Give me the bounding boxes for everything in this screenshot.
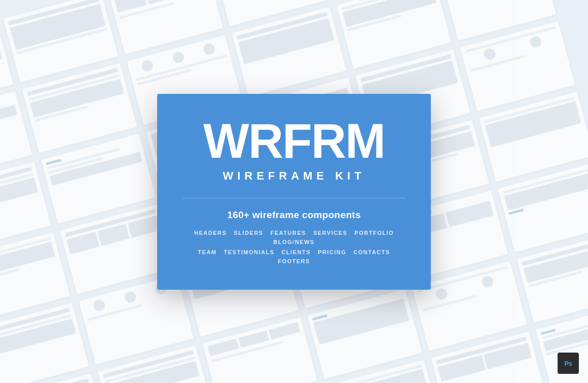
divider [182, 198, 406, 198]
subtitle: WIREFRAME KIT [182, 169, 406, 183]
ps-label: Ps [565, 360, 572, 367]
tag-features: FEATURES [270, 230, 306, 236]
tag-footers: FOOTERS [278, 258, 310, 264]
tags-row-2: TEAM TESTIMONIALS CLIENTS PRICING CONTAC… [182, 249, 406, 264]
components-label: 160+ wireframe components [182, 210, 406, 221]
tag-clients: CLIENTS [281, 249, 311, 255]
promo-card: WRFRM WIREFRAME KIT 160+ wireframe compo… [157, 94, 431, 290]
tag-portfolio: PORTFOLIO [354, 230, 394, 236]
tag-services: SERVICES [313, 230, 347, 236]
photoshop-badge: Ps [558, 353, 579, 374]
tag-headers: HEADERS [194, 230, 227, 236]
tag-testimonials: TESTIMONIALS [224, 249, 275, 255]
tag-blognews: BLOG/NEWS [273, 239, 314, 245]
tag-team: TEAM [198, 249, 216, 255]
logo: WRFRM [182, 117, 406, 165]
tag-pricing: PRICING [318, 249, 346, 255]
tag-sliders: SLIDERS [234, 230, 263, 236]
tags-row-1: HEADERS SLIDERS FEATURES SERVICES PORTFO… [182, 230, 406, 245]
tag-contacts: CONTACTS [353, 249, 390, 255]
